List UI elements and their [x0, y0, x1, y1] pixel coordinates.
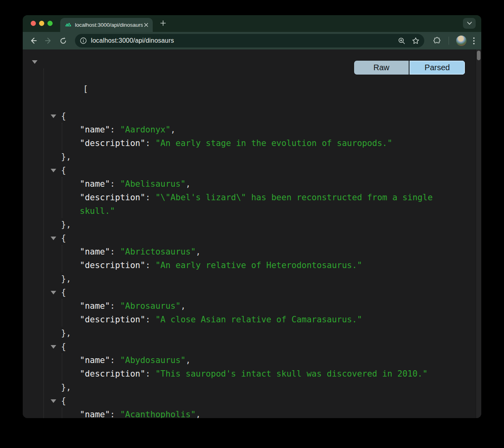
address-bar[interactable]: localhost:3000/api/dinosaurs [75, 34, 424, 47]
close-window-button[interactable] [31, 21, 36, 26]
collapse-triangle-icon[interactable] [51, 291, 56, 294]
tab-list-button[interactable] [463, 18, 476, 29]
collapse-triangle-icon[interactable] [51, 237, 56, 240]
json-object: { "name": "Aardonyx", "description": "An… [23, 109, 476, 164]
chevron-down-icon [467, 22, 472, 25]
star-icon[interactable] [412, 37, 419, 45]
toolbar-divider [449, 37, 449, 45]
collapse-triangle-icon[interactable] [51, 114, 56, 118]
tab-strip: localhost:3000/api/dinosaurs [23, 15, 481, 32]
url-text[interactable]: localhost:3000/api/dinosaurs [91, 37, 392, 44]
json-tree: [ { "name": "Aardonyx", "description": "… [23, 49, 476, 418]
json-object: { "name": "Abrictosaurus", "description"… [23, 231, 476, 286]
json-object: { "name": "Abelisaurus", "description": … [23, 164, 476, 231]
scrollbar-track[interactable] [476, 49, 481, 418]
traffic-lights [31, 21, 53, 26]
json-object: { "name": "Abydosaurus", "description": … [23, 340, 476, 394]
back-arrow-icon[interactable] [28, 35, 39, 47]
browser-toolbar: localhost:3000/api/dinosaurs [23, 32, 481, 49]
minimize-window-button[interactable] [39, 21, 44, 26]
maximize-window-button[interactable] [47, 21, 53, 26]
info-icon[interactable] [80, 37, 87, 44]
puzzle-icon[interactable] [433, 37, 441, 45]
raw-parsed-toggle: Raw Parsed [354, 61, 465, 75]
forward-arrow-icon [42, 35, 54, 47]
browser-tab[interactable]: localhost:3000/api/dinosaurs [60, 18, 153, 32]
mountain-peaks-icon [65, 22, 72, 29]
browser-window: localhost:3000/api/dinosaurs [23, 15, 481, 418]
json-object: { "name": "Abrosaurus", "description": "… [23, 286, 476, 340]
new-tab-button[interactable] [158, 18, 168, 28]
json-name-line: "name": "Abrosaurus", [23, 299, 476, 313]
parsed-button[interactable]: Parsed [410, 61, 465, 75]
close-tab-icon[interactable] [143, 22, 150, 28]
collapse-triangle-icon[interactable] [51, 399, 56, 403]
collapse-triangle-icon[interactable] [51, 345, 56, 349]
json-name-line: "name": "Abelisaurus", [23, 177, 476, 191]
reload-icon[interactable] [57, 35, 69, 47]
json-viewer-page: [ { "name": "Aardonyx", "description": "… [23, 49, 481, 418]
raw-button[interactable]: Raw [354, 61, 410, 75]
collapse-triangle-icon[interactable] [51, 169, 56, 172]
toolbar-right-group [429, 36, 476, 46]
json-name-line: "name": "Acanthopholis", [23, 408, 476, 418]
json-description-line: "description": "\"Abel's lizard\" has be… [23, 191, 476, 218]
profile-avatar[interactable] [456, 36, 467, 46]
zoom-in-icon[interactable] [398, 37, 406, 45]
json-name-line: "name": "Aardonyx", [23, 123, 476, 136]
tab-title: localhost:3000/api/dinosaurs [75, 22, 143, 28]
scrollbar-thumb[interactable] [477, 51, 480, 60]
json-description-line: "description": "A close Asian relative o… [23, 313, 476, 326]
json-name-line: "name": "Abrictosaurus", [23, 245, 476, 259]
json-description-line: "description": "This sauropod's intact s… [23, 367, 476, 381]
collapse-triangle-icon[interactable] [32, 60, 37, 64]
three-dot-menu-icon[interactable] [473, 37, 475, 45]
json-description-line: "description": "An early stage in the ev… [23, 136, 476, 150]
json-name-line: "name": "Abydosaurus", [23, 353, 476, 367]
json-object: { "name": "Acanthopholis", "description"… [23, 394, 476, 418]
json-description-line: "description": "An early relative of Het… [23, 259, 476, 272]
